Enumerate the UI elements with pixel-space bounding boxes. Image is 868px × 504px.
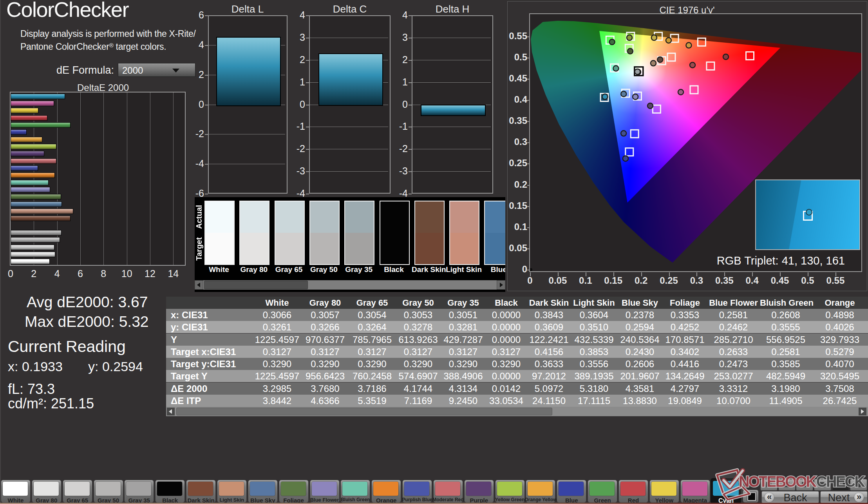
svg-text:NOTEBOOK: NOTEBOOK	[739, 473, 817, 490]
svg-text:CHECK: CHECK	[816, 473, 866, 490]
